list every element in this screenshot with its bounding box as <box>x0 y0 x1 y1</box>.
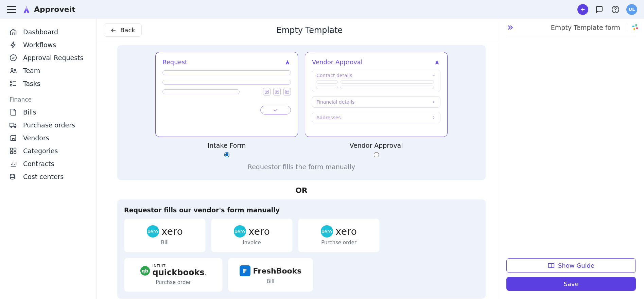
back-button[interactable]: Back <box>104 23 142 37</box>
sidebar-item-label: Vendors <box>23 134 49 142</box>
vendor-card-label: Purchse order <box>321 240 356 246</box>
sidebar-item-purchase-orders[interactable]: Purchase orders <box>0 119 97 131</box>
sidebar: Dashboard Workflows Approval Requests Te… <box>0 19 97 299</box>
sidebar-item-approval-requests[interactable]: Approval Requests <box>0 51 97 64</box>
vendor-card-label: Purchse order <box>156 279 191 285</box>
vendor-approval-preview-card[interactable]: Vendor Approval Contact details Financia… <box>305 52 448 137</box>
svg-point-18 <box>276 91 277 91</box>
bolt-icon <box>10 41 17 49</box>
approveit-mini-logo-icon <box>434 59 440 65</box>
truck-icon <box>10 121 17 129</box>
slack-icon[interactable] <box>628 23 636 32</box>
grid-icon <box>10 147 17 155</box>
svg-point-9 <box>15 126 16 128</box>
svg-rect-7 <box>10 123 14 126</box>
sidebar-item-categories[interactable]: Categories <box>0 144 97 157</box>
vendor-approval-label: Vendor Approval <box>305 142 448 149</box>
svg-point-8 <box>11 126 12 128</box>
intake-card-title: Request <box>162 58 187 66</box>
sidebar-item-dashboard[interactable]: Dashboard <box>0 25 97 38</box>
svg-rect-6 <box>11 85 12 86</box>
coins-icon <box>10 173 17 180</box>
back-button-label: Back <box>120 27 135 34</box>
help-icon[interactable] <box>610 4 621 15</box>
vendor-card-xero-invoice[interactable]: xeroxero Invoice <box>211 218 293 252</box>
content-scroll[interactable]: Request <box>117 41 490 299</box>
xero-logo: xeroxero <box>147 225 183 238</box>
vendor-approval-radio[interactable] <box>373 152 379 158</box>
or-divider: OR <box>117 186 486 195</box>
save-button[interactable]: Save <box>506 277 636 291</box>
vendor-section-contact: Contact details <box>312 70 440 92</box>
vendor-card-xero-bill[interactable]: xeroxero Bill <box>124 218 206 252</box>
intake-form-radio[interactable] <box>224 152 229 158</box>
vendor-section-financial: Financial details <box>312 96 440 108</box>
store-icon <box>10 134 17 142</box>
freshbooks-logo: FFreshBooks <box>240 265 302 276</box>
sidebar-item-workflows[interactable]: Workflows <box>0 38 97 51</box>
sidebar-item-label: Bills <box>23 108 36 116</box>
sidebar-item-label: Team <box>23 67 40 74</box>
chevron-down-icon <box>431 73 436 78</box>
vendor-card-quickbooks-po[interactable]: qbINTUITquickbooks. Purchse order <box>124 258 223 292</box>
sidebar-item-team[interactable]: Team <box>0 64 97 77</box>
users-icon <box>10 67 17 74</box>
user-avatar[interactable]: UL <box>626 4 637 15</box>
sidebar-item-cost-centers[interactable]: Cost centers <box>0 170 97 183</box>
file-icon <box>10 108 17 116</box>
submit-pill-icon <box>260 106 291 115</box>
right-panel: Empty Template form Show Guide Save <box>498 19 644 299</box>
sidebar-item-tasks[interactable]: Tasks <box>0 77 97 90</box>
menu-toggle-icon[interactable] <box>7 6 16 13</box>
messages-icon[interactable] <box>594 4 605 15</box>
vendor-card-label: Invoice <box>243 240 261 246</box>
sidebar-item-label: Categories <box>23 147 58 155</box>
show-guide-label: Show Guide <box>558 262 594 269</box>
image-placeholder-icon <box>263 88 271 95</box>
brand-name: Approveit <box>34 5 75 14</box>
svg-point-4 <box>14 69 16 71</box>
arrow-left-icon <box>110 27 117 34</box>
show-guide-button[interactable]: Show Guide <box>506 258 636 273</box>
brand[interactable]: Approveit <box>22 5 75 14</box>
vendor-card-label: Bill <box>267 278 275 284</box>
main-content: Back Empty Template Request <box>97 19 498 299</box>
svg-point-20 <box>286 91 287 91</box>
create-button[interactable] <box>577 4 588 15</box>
book-icon <box>548 262 555 269</box>
vendor-forms-title: Requestor fills our vendor's form manual… <box>124 206 479 214</box>
chevron-right-icon <box>431 115 436 120</box>
vendor-card-freshbooks-bill[interactable]: FFreshBooks Bill <box>228 258 313 292</box>
svg-rect-24 <box>636 28 638 29</box>
tasks-icon <box>10 80 17 87</box>
sidebar-item-bills[interactable]: Bills <box>0 106 97 119</box>
svg-point-2 <box>10 55 16 61</box>
quickbooks-logo: qbINTUITquickbooks. <box>140 264 207 277</box>
vendor-card-label: Bill <box>161 240 169 246</box>
svg-rect-11 <box>14 148 16 150</box>
xero-logo: xeroxero <box>321 225 357 238</box>
svg-point-1 <box>615 11 615 11</box>
chart-icon <box>10 160 17 168</box>
svg-point-16 <box>266 91 266 91</box>
save-label: Save <box>563 280 578 287</box>
svg-point-14 <box>10 174 15 176</box>
vendor-forms-panel: Requestor fills our vendor's form manual… <box>117 199 486 299</box>
collapse-panel-button[interactable] <box>506 24 514 31</box>
svg-rect-12 <box>11 152 13 154</box>
form-type-helper: Requestor fills the form manually <box>124 163 479 171</box>
sidebar-item-label: Approval Requests <box>23 54 83 61</box>
sidebar-item-vendors[interactable]: Vendors <box>0 131 97 144</box>
sidebar-item-label: Purchase orders <box>23 121 75 129</box>
intake-form-preview-card[interactable]: Request <box>155 52 298 137</box>
page-title: Empty Template <box>142 25 477 35</box>
home-icon <box>10 28 17 36</box>
sidebar-section-finance: Finance <box>0 90 97 106</box>
svg-rect-22 <box>632 25 634 27</box>
svg-rect-23 <box>633 28 635 30</box>
sidebar-item-label: Contracts <box>23 160 54 168</box>
vendor-card-xero-po[interactable]: xeroxero Purchse order <box>298 218 380 252</box>
sidebar-item-label: Cost centers <box>23 173 64 180</box>
sidebar-item-contracts[interactable]: Contracts <box>0 157 97 170</box>
approveit-mini-logo-icon <box>284 59 291 65</box>
